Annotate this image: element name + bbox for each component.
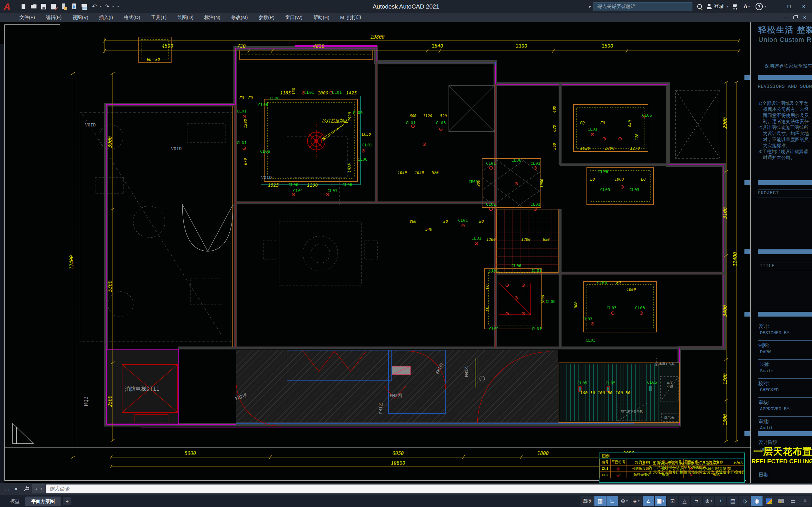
- plan-label: 1000: [627, 287, 636, 292]
- bedroom1-ceiling: [573, 105, 648, 152]
- workspace-gear-icon[interactable]: ⊛▾: [703, 496, 714, 506]
- plan-label: 1050: [398, 170, 407, 175]
- plan-label: EQ: [248, 96, 253, 100]
- drawing-canvas[interactable]: 1980045007304830354023003500500060501800…: [0, 22, 812, 483]
- save-icon[interactable]: [40, 3, 48, 10]
- tab-layout-plan[interactable]: 平面方案图: [26, 497, 61, 506]
- help-icon[interactable]: ?: [756, 3, 763, 10]
- dynamic-input-icon[interactable]: ϟ: [691, 496, 702, 506]
- doc-close-button[interactable]: ✕: [800, 14, 809, 21]
- autoscale-icon[interactable]: ◉: [751, 496, 763, 506]
- undo-dropdown-icon[interactable]: ▾: [100, 5, 101, 8]
- command-grip-handle[interactable]: ⋮⋮: [3, 487, 10, 492]
- copyright-note-line: 时通知本公司。: [758, 155, 809, 161]
- close-button[interactable]: ×: [798, 2, 810, 11]
- annotation-scale-list-icon[interactable]: ▤: [727, 496, 739, 506]
- stage-label-cn: 设计阶段:: [758, 440, 779, 446]
- search-icon[interactable]: [697, 4, 703, 9]
- sign-in-button[interactable]: 登录: [714, 3, 724, 10]
- plan-label: 吊灯基座加固: [322, 118, 349, 123]
- open-folder-icon[interactable]: [30, 3, 38, 10]
- object-snap-icon[interactable]: ▣▾: [655, 496, 666, 506]
- doc-minimize-button[interactable]: —: [781, 14, 791, 21]
- titleblock-bar: [758, 75, 812, 80]
- autocad-logo-icon[interactable]: A: [0, 0, 14, 13]
- store-cart-icon[interactable]: [732, 4, 739, 9]
- annotation-visibility-icon[interactable]: ◇: [739, 496, 751, 506]
- plan-label: 1300: [722, 373, 728, 385]
- search-input[interactable]: 键入关键字或短语: [594, 2, 693, 11]
- customization-menu-icon[interactable]: ≡: [799, 496, 811, 506]
- isolate-objects-icon[interactable]: [775, 496, 786, 506]
- ortho-mode-icon[interactable]: ∟: [606, 496, 618, 506]
- plan-label: 1200: [521, 237, 531, 242]
- 3d-object-snap-icon[interactable]: △: [679, 496, 690, 506]
- annotation-plus-icon[interactable]: +: [715, 496, 726, 506]
- plan-label: CL01: [489, 268, 499, 273]
- plan-label: 1120: [423, 114, 432, 118]
- autodesk-app-icon[interactable]: A: [743, 3, 748, 10]
- osnap-tracking-icon[interactable]: ∠: [643, 496, 654, 506]
- menu-item-9[interactable]: 修改(M): [226, 13, 253, 22]
- minimize-button[interactable]: —: [768, 2, 781, 11]
- polar-tracking-icon[interactable]: ⊕▾: [618, 496, 630, 506]
- menu-item-3[interactable]: 视图(V): [67, 13, 94, 22]
- plan-label: EQ: [616, 280, 621, 285]
- plan-label: 1920: [348, 112, 352, 121]
- copyright-note-line: 面同意不得使用抄袭及: [758, 112, 809, 118]
- copyright-notes: 1:全部设计图纸及文字之权属本公司所有。未经面同意不得使用抄袭及制。违者追究法律…: [758, 101, 809, 161]
- help-dropdown-icon[interactable]: ▾: [764, 5, 766, 8]
- menu-item-11[interactable]: 窗口(W): [280, 13, 308, 22]
- clean-screen-icon[interactable]: ▭: [787, 496, 799, 506]
- plan-label: 5000: [185, 451, 196, 456]
- doc-restore-button[interactable]: [791, 14, 800, 21]
- open-from-mobile-icon[interactable]: [60, 3, 68, 10]
- redo-dropdown-icon[interactable]: ▾: [112, 5, 114, 8]
- menu-item-2[interactable]: 编辑(E): [40, 13, 67, 22]
- maximize-button[interactable]: □: [783, 2, 796, 11]
- save-as-icon[interactable]: [50, 3, 58, 10]
- redo-icon[interactable]: ↷: [103, 3, 111, 10]
- legend-cell: CL2: [600, 472, 611, 478]
- plan-label: CL03: [629, 187, 639, 192]
- plan-label: 1200: [307, 182, 318, 187]
- legend-symbol-cell: ◎: [611, 472, 626, 478]
- menu-item-8[interactable]: 标注(N): [199, 13, 226, 22]
- menu-item-6[interactable]: 工具(T): [146, 13, 172, 22]
- menu-item-12[interactable]: 帮助(H): [308, 13, 335, 22]
- note-line: 3. 天花空调检修口根据现场实际空调位,就近居中开检修口.: [641, 470, 749, 475]
- autodesk-dropdown-icon[interactable]: ▾: [748, 5, 750, 8]
- tab-model[interactable]: 模型: [4, 497, 26, 506]
- plan-label: CL01: [531, 268, 542, 273]
- customize-wrench-icon[interactable]: [23, 486, 30, 492]
- new-layout-button[interactable]: +: [63, 497, 71, 505]
- bedroom2-ceiling: [587, 167, 653, 205]
- snap-mode-icon[interactable]: ▦: [595, 496, 606, 506]
- menu-item-1[interactable]: 文件(F): [14, 13, 40, 22]
- paper-space-toggle[interactable]: 图纸: [580, 496, 594, 506]
- new-file-icon[interactable]: [20, 3, 27, 10]
- selection-cycling-icon[interactable]: ⊡: [667, 496, 678, 506]
- sign-in-dropdown-icon[interactable]: ▾: [727, 5, 728, 8]
- save-to-mobile-icon[interactable]: [70, 3, 78, 10]
- menu-item-5[interactable]: 格式(O): [118, 13, 146, 22]
- menu-item-4[interactable]: 插入(I): [94, 13, 118, 22]
- plan-label: CL01: [588, 127, 597, 131]
- plot-icon[interactable]: [81, 3, 88, 10]
- qat-overflow-icon[interactable]: ▾: [117, 5, 119, 8]
- command-close-icon[interactable]: ✕: [14, 486, 18, 492]
- command-input[interactable]: 键入命令: [46, 485, 812, 493]
- command-dropdown-icon[interactable]: ▾: [41, 487, 42, 491]
- downlight-symbol-icon: ◎: [616, 466, 620, 471]
- plan-label: 1920: [348, 164, 352, 173]
- menu-item-10[interactable]: 参数(P): [253, 13, 280, 22]
- workspace-switch-icon[interactable]: [763, 496, 774, 506]
- command-prompt-icon[interactable]: >_ ▾: [32, 485, 45, 493]
- plan-label: 1800: [537, 451, 549, 456]
- undo-icon[interactable]: ↶: [91, 3, 98, 10]
- menu-item-7[interactable]: 绘图(D): [172, 13, 199, 22]
- isometric-drafting-icon[interactable]: ◈▾: [630, 496, 642, 506]
- document-window-controls: — ✕: [781, 13, 809, 22]
- menu-item-13[interactable]: M_批打印: [335, 13, 366, 22]
- search-expand-icon[interactable]: ▶: [589, 4, 591, 9]
